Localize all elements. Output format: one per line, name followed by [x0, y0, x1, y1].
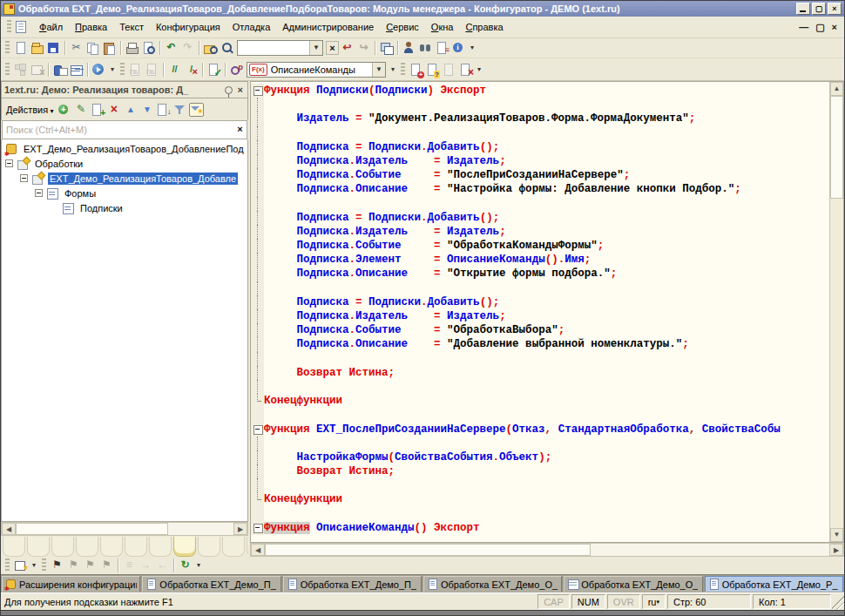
code-line[interactable]: Подписка.Элемент = ОписаниеКоманды().Имя… [251, 253, 829, 267]
actions-menu-button[interactable]: Действия [3, 103, 56, 117]
window-tab[interactable]: Обработка EXT_Демо_П_ [142, 576, 281, 592]
code-line[interactable]: НастройкаФормы(СвойстваСобытия.Объект); [251, 450, 829, 464]
tree-node-label[interactable]: EXT_Демо_РеализацияТоваров_ДобавлениеПод [22, 143, 246, 155]
code-line[interactable]: Подписка.Событие = "ПослеПриСозданииНаСе… [251, 168, 829, 182]
search-in-syntax-assistant-icon[interactable] [418, 41, 433, 55]
code-line[interactable]: Функция ОписаниеКоманды() Экспорт [251, 521, 829, 535]
code-line[interactable]: Подписка.Описание = "Открытие формы подб… [251, 267, 829, 281]
module-toolbar-options-icon[interactable]: ▾ [475, 63, 483, 77]
search-input[interactable] [238, 42, 309, 54]
fold-marker-icon[interactable] [251, 84, 264, 98]
fold-marker-icon[interactable] [251, 521, 264, 535]
scroll-up-icon[interactable]: ▲ [830, 82, 843, 96]
code-line[interactable]: Конецфункции [251, 492, 829, 506]
print-icon[interactable] [125, 41, 139, 55]
clipboard-viewer-icon[interactable] [379, 41, 394, 55]
scroll-left-icon[interactable]: ◀ [2, 523, 16, 535]
clear-search-button[interactable]: × [326, 41, 339, 55]
scroll-right-icon[interactable]: ▶ [233, 523, 247, 535]
menu-item-5[interactable]: Отладка [226, 19, 276, 35]
code-line[interactable] [251, 352, 829, 366]
refresh-options-icon[interactable]: ▾ [194, 558, 203, 572]
add-icon[interactable] [57, 103, 71, 117]
code-line[interactable]: Подписка.Событие = "ОбработкаКомандыФорм… [251, 239, 829, 253]
search-dropdown-icon[interactable]: ▼ [309, 41, 322, 55]
code-area[interactable]: Функция Подписки(Подписки) Экспорт Издат… [251, 82, 829, 542]
menu-item-8[interactable]: Окна [425, 19, 460, 35]
docked-panel-tab[interactable] [173, 537, 196, 557]
close-button[interactable]: × [828, 3, 842, 15]
editor-vertical-scrollbar[interactable]: ▲ ▼ [829, 82, 843, 542]
docked-panel-tab[interactable] [27, 537, 50, 557]
procedures-combobox[interactable]: F(x) ОписаниеКоманды ▼ [247, 62, 386, 78]
redo-icon[interactable]: ↷ [180, 41, 195, 55]
move-down-icon[interactable]: ▼ [139, 103, 154, 117]
add-comment-icon[interactable]: // [167, 63, 182, 77]
scrollbar-thumb[interactable] [830, 96, 843, 199]
scrollbar-track[interactable] [168, 523, 233, 535]
code-line[interactable]: Подписка.Событие = "ОбработкаВыбора"; [251, 323, 829, 337]
module-procedures-2-icon[interactable] [145, 63, 159, 77]
window-tab[interactable]: Обработка EXT_Демо_О_ [564, 576, 702, 592]
filter-settings-icon[interactable] [189, 103, 204, 117]
copy-icon[interactable] [85, 41, 100, 55]
tree-row[interactable]: Обработки [2, 156, 247, 171]
window-tab[interactable]: Обработка EXT_Демо_П_ [283, 576, 422, 592]
mdi-minimize-button[interactable]: — [799, 22, 808, 33]
table-document-icon[interactable] [69, 63, 84, 77]
scrollbar-track[interactable] [830, 199, 843, 528]
scroll-down-icon[interactable]: ▼ [830, 528, 843, 542]
code-line[interactable]: Подписка.Издатель = Издатель; [251, 154, 829, 168]
code-line[interactable] [251, 437, 829, 450]
code-line[interactable] [251, 478, 829, 492]
duplicate-icon[interactable] [90, 103, 105, 117]
code-line[interactable]: Возврат Истина; [251, 366, 829, 380]
move-up-icon[interactable]: ▲ [123, 103, 138, 117]
configuration-database-icon[interactable] [52, 63, 67, 77]
code-line[interactable] [251, 408, 829, 422]
save-icon[interactable] [46, 41, 61, 55]
code-line[interactable] [251, 507, 829, 521]
resize-grip[interactable] [832, 593, 844, 610]
module-help-icon[interactable] [425, 63, 440, 77]
code-line[interactable]: Подписка.Описание = "Настройка формы: До… [251, 182, 829, 196]
debug-options-icon[interactable]: ▾ [108, 63, 117, 77]
scroll-left-icon[interactable]: ◀ [251, 544, 265, 556]
tree-row[interactable]: EXT_Демо_РеализацияТоваров_Добавле [2, 171, 247, 186]
fold-marker-icon[interactable] [251, 423, 264, 437]
combo-options-icon[interactable]: ▾ [389, 63, 397, 77]
code-line[interactable]: Функция EXT_ПослеПриСозданииНаСервере(От… [251, 423, 829, 437]
search-icon[interactable] [220, 41, 234, 55]
window-tab[interactable]: Обработка EXT_Демо_Р_ [705, 576, 843, 592]
paste-icon[interactable] [102, 41, 117, 55]
pin-icon[interactable] [225, 86, 233, 94]
toggle-bookmark-icon[interactable]: ⚑ [50, 558, 64, 572]
window-tab[interactable]: Расширения конфигурации [2, 576, 140, 592]
scrollbar-thumb[interactable] [265, 544, 591, 556]
procedures-dropdown-icon[interactable]: ▼ [372, 63, 385, 77]
editor-horizontal-scrollbar[interactable]: ◀ ▶ [250, 543, 844, 557]
syntax-assistant-icon[interactable] [402, 41, 416, 55]
tree-horizontal-scrollbar[interactable]: ◀ ▶ [1, 522, 248, 536]
menu-item-4[interactable]: Конфигурация [150, 19, 226, 35]
maximize-button[interactable]: ▢ [812, 3, 826, 15]
panel-close-icon[interactable]: × [236, 85, 245, 95]
code-line[interactable] [251, 126, 829, 140]
delete-icon[interactable]: × [106, 103, 121, 117]
mdi-document-icon[interactable] [16, 21, 26, 33]
open-configuration-icon[interactable] [13, 63, 28, 77]
undo-icon[interactable]: ↶ [164, 41, 179, 55]
clear-bookmarks-icon[interactable]: ⚑ [99, 558, 114, 572]
indent-left-icon[interactable]: ← [155, 558, 170, 572]
docked-panel-tab[interactable] [222, 537, 245, 557]
docked-panel-tab[interactable] [198, 537, 220, 557]
collapse-expander-icon[interactable] [20, 174, 28, 182]
scrollbar-track[interactable] [591, 544, 829, 556]
tree-search-clear-icon[interactable]: × [233, 123, 247, 137]
menu-item-7[interactable]: Сервис [380, 19, 425, 35]
about-icon[interactable] [451, 41, 466, 55]
code-line[interactable]: Функция Подписки(Подписки) Экспорт [251, 84, 829, 98]
window-tab[interactable]: Обработка EXT_Демо_О_ [423, 576, 562, 592]
tree-node-label[interactable]: EXT_Демо_РеализацияТоваров_Добавле [48, 173, 238, 185]
format-block-icon[interactable]: ≡ [122, 558, 137, 572]
